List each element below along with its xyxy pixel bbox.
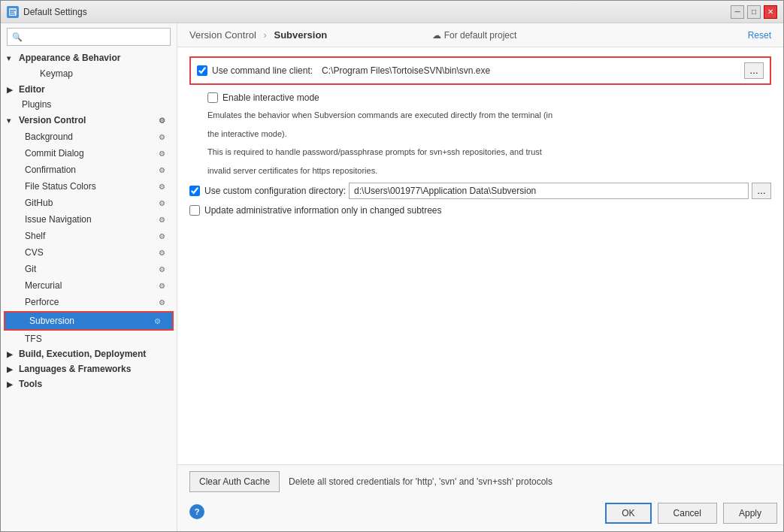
expand-arrow: ▶: [7, 380, 16, 388]
apply-button[interactable]: Apply: [723, 503, 777, 524]
bottom-bar: ? OK Cancel Apply: [177, 498, 783, 531]
sidebar-item-label: Editor: [19, 84, 45, 95]
svg-rect-1: [10, 10, 16, 11]
search-input[interactable]: [26, 32, 165, 42]
sidebar-item-cvs[interactable]: CVS ⚙: [1, 244, 177, 261]
window-title: Default Settings: [23, 7, 731, 17]
sidebar-item-label: Git: [25, 264, 36, 274]
minimize-button[interactable]: ─: [731, 5, 744, 19]
sidebar-item-editor[interactable]: ▶ Editor: [1, 82, 177, 97]
custom-config-row: Use custom configuration directory: …: [189, 183, 771, 199]
ok-button[interactable]: OK: [605, 503, 651, 524]
sidebar-item-confirmation[interactable]: Confirmation ⚙: [1, 162, 177, 178]
sidebar-item-perforce[interactable]: Perforce ⚙: [1, 294, 177, 310]
custom-config-input[interactable]: [349, 183, 749, 199]
help-button[interactable]: ?: [189, 504, 204, 519]
content-area: Version Control › Subversion ☁ For defau…: [177, 23, 783, 531]
settings-icon: ⚙: [151, 315, 163, 327]
breadcrumb-current: Subversion: [274, 29, 327, 41]
update-admin-checkbox[interactable]: [189, 205, 200, 216]
title-bar: Default Settings ─ □ ✕: [1, 1, 783, 23]
sidebar-item-label: Shelf: [25, 231, 45, 241]
sidebar-item-shelf[interactable]: Shelf ⚙: [1, 228, 177, 244]
custom-config-checkbox[interactable]: [189, 186, 200, 196]
sidebar-item-keymap[interactable]: Keymap: [1, 65, 177, 82]
description-line1: Emulates the behavior when Subversion co…: [207, 109, 771, 122]
sidebar-item-label: Mercurial: [25, 280, 62, 291]
dialog-buttons: OK Cancel Apply: [605, 498, 777, 525]
cmd-line-client-row: Use command line client: …: [189, 56, 771, 85]
expand-arrow: ▶: [7, 350, 16, 358]
sidebar-item-label: Plugins: [22, 99, 51, 110]
main-window: Default Settings ─ □ ✕ 🔍 ▾ Appearance & …: [0, 0, 784, 532]
cancel-button[interactable]: Cancel: [658, 503, 717, 524]
expand-arrow: ▾: [7, 54, 16, 62]
settings-icon: ⚙: [156, 114, 168, 126]
expand-arrow: ▶: [7, 365, 16, 373]
description-line4: invalid server certificates for https re…: [207, 165, 771, 177]
sidebar-item-plugins[interactable]: Plugins: [1, 97, 177, 112]
settings-icon: ⚙: [156, 213, 168, 225]
enable-interactive-label[interactable]: Enable interactive mode: [207, 92, 319, 103]
sidebar-item-label: Perforce: [25, 297, 59, 307]
sidebar-item-label: Tools: [19, 379, 42, 389]
sidebar-item-tools[interactable]: ▶ Tools: [1, 376, 177, 391]
main-area: 🔍 ▾ Appearance & Behavior Keymap ▶ Edito…: [1, 23, 783, 531]
search-box[interactable]: 🔍: [7, 28, 171, 46]
cmd-line-checkbox[interactable]: [197, 65, 207, 76]
expand-arrow: ▾: [7, 116, 16, 125]
footer-area: Clear Auth Cache Delete all stored crede…: [177, 464, 783, 498]
cmd-line-browse-button[interactable]: …: [744, 62, 764, 79]
sidebar-item-label: Background: [25, 131, 73, 142]
sidebar-item-commit-dialog[interactable]: Commit Dialog ⚙: [1, 145, 177, 162]
item-icon: [25, 68, 37, 80]
custom-config-browse-button[interactable]: …: [752, 183, 771, 199]
sidebar-item-version-control[interactable]: ▾ Version Control ⚙: [1, 112, 177, 128]
sidebar-item-label: Subversion: [29, 316, 74, 326]
sidebar-item-file-status-colors[interactable]: File Status Colors ⚙: [1, 178, 177, 195]
description-line2: the interactive mode).: [207, 128, 771, 141]
sidebar-item-label: Commit Dialog: [25, 148, 84, 159]
svg-rect-3: [10, 14, 15, 15]
window-controls: ─ □ ✕: [731, 5, 777, 19]
sidebar-item-issue-navigation[interactable]: Issue Navigation ⚙: [1, 211, 177, 228]
enable-interactive-checkbox[interactable]: [207, 92, 218, 103]
breadcrumb-separator: ›: [264, 29, 267, 41]
settings-icon: ⚙: [156, 131, 168, 143]
sidebar-item-background[interactable]: Background ⚙: [1, 128, 177, 145]
reset-link[interactable]: Reset: [748, 30, 771, 41]
close-button[interactable]: ✕: [764, 5, 777, 19]
sidebar-item-languages[interactable]: ▶ Languages & Frameworks: [1, 361, 177, 376]
sidebar-item-label: Languages & Frameworks: [19, 364, 131, 374]
clear-auth-desc: Delete all stored credentials for 'http'…: [289, 476, 552, 487]
settings-icon: ⚙: [156, 263, 168, 275]
sidebar-item-label: CVS: [25, 247, 44, 258]
sidebar-item-label: Appearance & Behavior: [19, 53, 120, 63]
sidebar-item-git[interactable]: Git ⚙: [1, 261, 177, 277]
clear-auth-button[interactable]: Clear Auth Cache: [189, 471, 280, 492]
sidebar-item-github[interactable]: GitHub ⚙: [1, 195, 177, 211]
sidebar-item-label: Version Control: [19, 115, 86, 125]
sidebar-item-label: TFS: [25, 334, 42, 344]
content-body: Use command line client: … Enable intera…: [177, 47, 783, 464]
maximize-button[interactable]: □: [747, 5, 761, 19]
sidebar-item-build[interactable]: ▶ Build, Execution, Deployment: [1, 346, 177, 361]
custom-config-label[interactable]: Use custom configuration directory:: [189, 186, 346, 196]
settings-icon: ⚙: [156, 296, 168, 308]
settings-icon: ⚙: [156, 197, 168, 209]
sidebar-item-tfs[interactable]: TFS: [1, 331, 177, 346]
enable-interactive-row: Enable interactive mode: [207, 92, 771, 103]
search-icon: 🔍: [12, 32, 23, 42]
settings-icon: ⚙: [156, 280, 168, 292]
cmd-line-input[interactable]: [319, 64, 741, 77]
update-admin-label[interactable]: Update administrative information only i…: [189, 205, 442, 216]
settings-icon: ⚙: [156, 147, 168, 159]
breadcrumb-parent: Version Control: [189, 29, 256, 41]
settings-icon: ⚙: [156, 246, 168, 258]
sidebar-item-label: File Status Colors: [25, 181, 96, 192]
cmd-line-label[interactable]: Use command line client:: [197, 65, 313, 76]
sidebar-item-appearance[interactable]: ▾ Appearance & Behavior: [1, 50, 177, 65]
sidebar-item-subversion[interactable]: Subversion ⚙: [4, 311, 174, 331]
description-line3: This is required to handle password/pass…: [207, 146, 771, 159]
sidebar-item-mercurial[interactable]: Mercurial ⚙: [1, 277, 177, 294]
